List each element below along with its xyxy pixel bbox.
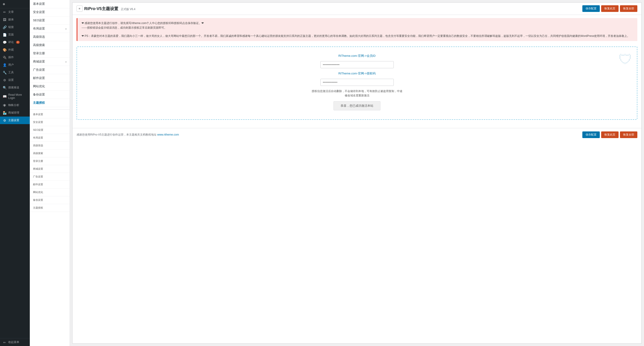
sidebar-label-theme: 主题设置 — [8, 118, 19, 122]
save-config-button-top[interactable]: 保存配置 — [582, 5, 600, 12]
sidebar-item-tools[interactable]: 🔧 工具 — [0, 69, 30, 76]
sidebar-label-readmore: Read More Login — [8, 93, 27, 100]
arrow-right-icon: › — [66, 27, 66, 30]
sidebar-item-readmore[interactable]: 📖 Read More Login — [0, 91, 30, 101]
sub-sidebar-item-security[interactable]: 安全设置 — [30, 8, 70, 16]
main-header: ≡ RiPro-V5主题设置 正式版 V6.4 保存配置 恢复此页 恢复全部 — [72, 2, 642, 15]
sidebar-label-comments: 评论 — [8, 40, 14, 44]
auth-hint: 授权信息激活后自动删除，不会储存到本地，可有效防止被盗用复制，中途修改域名需重新… — [311, 89, 403, 98]
auth-success-message: 恭喜，您已成功激活本站 — [334, 101, 380, 110]
sidebar-label-articles: 文章 — [8, 10, 14, 14]
restore-all-button-bottom[interactable]: 恢复全部 — [620, 131, 637, 138]
restore-all-button-top[interactable]: 恢复全部 — [620, 5, 637, 12]
sidebar: ⊛ ✏ 文章 🖼 媒体 🔗 链接 📄 页面 💬 评论 4 🎨 外观 🔌 插件 👤… — [0, 0, 30, 346]
sub-sidebar-bottom: 基本设置 安全设置 SEO设置 布局设置 高级筛选 高级搜索 登录注册 商城设置… — [30, 109, 70, 212]
sub-bottom-mail[interactable]: 邮件设置 — [30, 181, 70, 188]
sidebar-label-collapse: 收起菜单 — [8, 340, 19, 344]
sub-sidebar: 基本设置 安全设置 SEO设置 布局设置 › 高级筛选 高级搜索 登录注册 商城… — [30, 0, 70, 346]
sub-sidebar-item-ads[interactable]: 广告设置 — [30, 66, 70, 74]
sidebar-item-links[interactable]: 🔗 链接 — [0, 23, 30, 31]
notice-box: ❤ 感谢您使用本主题进行创作，请先填写ritheme.com个人中心您的授权ID… — [76, 18, 637, 41]
sub-sidebar-item-shop[interactable]: 商城设置 › — [30, 58, 70, 66]
save-config-button-bottom[interactable]: 保存配置 — [582, 131, 600, 138]
sidebar-item-pages[interactable]: 📄 页面 — [0, 31, 30, 38]
appearance-icon: 🎨 — [3, 48, 6, 52]
sub-bottom-security[interactable]: 安全设置 — [30, 118, 70, 126]
sidebar-item-users[interactable]: 👤 用户 — [0, 61, 30, 69]
sidebar-label-seo: 搜索推送 — [8, 86, 19, 89]
arrow-right-icon2: › — [66, 60, 66, 63]
sidebar-label-appearance: 外观 — [8, 48, 14, 52]
sidebar-item-comments[interactable]: 💬 评论 4 — [0, 38, 30, 46]
sub-sidebar-item-search[interactable]: 高级搜索 — [30, 41, 70, 49]
settings-icon: ⚙ — [3, 78, 6, 82]
sidebar-item-appearance[interactable]: 🎨 外观 — [0, 46, 30, 53]
readmore-icon: 📖 — [3, 95, 6, 98]
auth-code-link[interactable]: RiTheme.com-官网->授权码 — [338, 71, 376, 75]
sub-bottom-optimize[interactable]: 网站优化 — [30, 188, 70, 196]
restore-page-button-top[interactable]: 恢复此页 — [601, 5, 618, 12]
sidebar-item-media[interactable]: 🖼 媒体 — [0, 16, 30, 23]
sub-bottom-shop[interactable]: 商城设置 — [30, 165, 70, 173]
auth-form: RiTheme.com-官网->会员ID RiTheme.com-官网->授权码… — [311, 54, 403, 110]
sidebar-label-users: 用户 — [8, 63, 14, 67]
sub-bottom-basic[interactable]: 基本设置 — [30, 111, 70, 118]
sub-bottom-ads[interactable]: 广告设置 — [30, 173, 70, 181]
pages-icon: 📄 — [3, 33, 6, 37]
sidebar-item-plugins[interactable]: 🔌 插件 — [0, 53, 30, 61]
sub-sidebar-item-layout[interactable]: 布局设置 › — [30, 25, 70, 33]
wp-logo: ⊛ — [3, 2, 5, 6]
sub-sidebar-item-mail[interactable]: 邮件设置 — [30, 74, 70, 82]
sub-sidebar-item-optimize[interactable]: 网站优化 — [30, 82, 70, 91]
auth-box: 🛡 RiTheme.com-官网->会员ID RiTheme.com-官网->授… — [76, 46, 637, 120]
version-label: 正式版 V6.4 — [121, 7, 136, 11]
sidebar-item-settings[interactable]: ⚙ 设置 — [0, 76, 30, 84]
header-buttons: 保存配置 恢复此页 恢复全部 — [582, 5, 637, 12]
sub-bottom-seo[interactable]: SEO设置 — [30, 126, 70, 134]
sub-sidebar-item-basic[interactable]: 基本设置 — [30, 0, 70, 8]
sidebar-item-collapse[interactable]: ⇐ 收起菜单 — [0, 338, 30, 346]
menu-icon: ≡ — [78, 7, 80, 10]
sub-sidebar-item-filter[interactable]: 高级筛选 — [30, 33, 70, 41]
menu-toggle-button[interactable]: ≡ — [76, 5, 82, 12]
shield-bg-icon: 🛡 — [618, 51, 632, 67]
notice-line3: ❤ PS：承蒙您对本主题的喜爱，我们愿向小三一样，做大哥的女人，做大哥网站中最想… — [82, 34, 633, 38]
sub-sidebar-item-auth[interactable]: 主题授权 — [30, 99, 70, 107]
links-icon: 🔗 — [3, 25, 6, 29]
sub-sidebar-item-login[interactable]: 登录注册 — [30, 49, 70, 58]
member-id-link[interactable]: RiTheme.com-官网->会员ID — [338, 54, 376, 58]
sidebar-label-media: 媒体 — [8, 18, 14, 21]
sub-bottom-search[interactable]: 高级搜索 — [30, 150, 70, 157]
footer-link[interactable]: www.ritheme.com — [157, 133, 179, 136]
auth-code-input[interactable] — [320, 79, 394, 86]
sub-sidebar-item-seo[interactable]: SEO设置 — [30, 16, 70, 25]
sidebar-label-pages: 页面 — [8, 33, 14, 37]
notice-line2: ------授权错误会提示错误消息，成功则显示授权正常后刷新页面即可。 — [82, 25, 633, 30]
sidebar-item-theme[interactable]: ⚙ 主题设置 — [0, 117, 30, 124]
sub-sidebar-item-backup[interactable]: 备份设置 — [30, 91, 70, 99]
sidebar-label-tools: 工具 — [8, 70, 14, 74]
page-title: RiPro-V5主题设置 正式版 V6.4 — [84, 6, 136, 11]
sidebar-item-shop[interactable]: 🏪 商城管理 — [0, 109, 30, 117]
sidebar-item-spider[interactable]: 🕷 蜘蛛分析 — [0, 101, 30, 109]
tools-icon: 🔧 — [3, 71, 6, 74]
sidebar-label-plugins: 插件 — [8, 55, 14, 59]
sidebar-item-articles[interactable]: ✏ 文章 — [0, 8, 30, 16]
content-area: 🛡 RiTheme.com-官网->会员ID RiTheme.com-官网->授… — [72, 43, 642, 123]
articles-icon: ✏ — [3, 10, 6, 14]
sub-bottom-backup[interactable]: 备份设置 — [30, 196, 70, 204]
main-footer: 感谢您使用RiPro-V5主题进行创作运营，本主题相关文档教程地址 www.ri… — [72, 128, 642, 141]
notice-line1: ❤ 感谢您使用本主题进行创作，请先填写ritheme.com个人中心您的授权ID… — [82, 21, 633, 25]
sub-bottom-auth[interactable]: 主题授权 — [30, 204, 70, 212]
sub-bottom-layout[interactable]: 布局设置 — [30, 134, 70, 142]
collapse-icon: ⇐ — [3, 341, 6, 344]
sub-bottom-login[interactable]: 登录注册 — [30, 157, 70, 165]
restore-page-button-bottom[interactable]: 恢复此页 — [601, 131, 618, 138]
sidebar-item-seo[interactable]: 🔍 搜索推送 — [0, 84, 30, 91]
plugins-icon: 🔌 — [3, 56, 6, 59]
member-id-input[interactable] — [320, 61, 394, 68]
sidebar-label-shop: 商城管理 — [8, 111, 19, 115]
sub-bottom-filter[interactable]: 高级筛选 — [30, 142, 70, 150]
footer-buttons: 保存配置 恢复此页 恢复全部 — [582, 131, 637, 138]
sidebar-label-settings: 设置 — [8, 78, 14, 82]
